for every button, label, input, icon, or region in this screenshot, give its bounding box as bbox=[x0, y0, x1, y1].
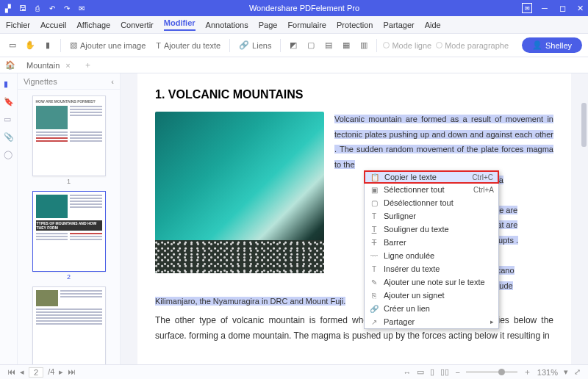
vertical-scrollbar[interactable] bbox=[581, 73, 587, 379]
close-button[interactable]: ✕ bbox=[575, 3, 585, 13]
attachments-icon[interactable]: 📎 bbox=[4, 132, 14, 142]
highlight-icon: T bbox=[369, 212, 379, 220]
menu-page[interactable]: Page bbox=[259, 21, 278, 29]
menu-affichage[interactable]: Affichage bbox=[76, 21, 110, 29]
watermark-icon[interactable]: ▢ bbox=[304, 39, 318, 52]
strike-icon: T bbox=[369, 238, 379, 247]
view-facing-icon[interactable]: ▯▯ bbox=[440, 367, 449, 377]
first-page-icon[interactable]: ⏮ bbox=[7, 367, 15, 378]
header-footer-icon[interactable]: ▦ bbox=[340, 39, 353, 52]
zoom-in-icon[interactable]: ＋ bbox=[523, 367, 531, 378]
thumbnail-3[interactable]: 3 bbox=[32, 286, 106, 376]
page-number-field[interactable]: 2 bbox=[29, 367, 43, 378]
page-total: /4 bbox=[48, 367, 54, 378]
deselect-icon: ▢ bbox=[369, 199, 379, 207]
squiggly-icon: 〰 bbox=[369, 252, 379, 260]
add-image-button[interactable]: ▧Ajouter une image bbox=[67, 39, 148, 51]
thumbnail-2[interactable]: TYPES OF MOUNTAINS AND HOW THEY FORM 2 bbox=[32, 191, 106, 281]
add-text-button[interactable]: TAjouter du texte bbox=[153, 40, 223, 51]
menu-fichier[interactable]: Fichier bbox=[6, 21, 30, 29]
menu-annotations[interactable]: Annotations bbox=[206, 21, 248, 29]
context-menu: 📋Copier le texteCtrl+C ▣Sélectionner tou… bbox=[364, 170, 499, 329]
fullscreen-icon[interactable]: ⤢ bbox=[574, 367, 581, 377]
comments-icon[interactable]: ◯ bbox=[4, 150, 14, 160]
collapse-panel-icon[interactable]: ‹ bbox=[111, 77, 114, 86]
ctx-create-link[interactable]: 🔗Créer un lien bbox=[365, 302, 498, 315]
menu-modifier[interactable]: Modifier bbox=[164, 18, 196, 31]
user-button[interactable]: 👤Shelley bbox=[522, 37, 582, 53]
prev-page-icon[interactable]: ◂ bbox=[20, 367, 24, 378]
app-logo: ▞ bbox=[3, 3, 13, 13]
last-page-icon[interactable]: ⏭ bbox=[68, 367, 76, 378]
ctx-underline[interactable]: TSouligner du texte bbox=[365, 223, 498, 236]
save-icon[interactable]: 🖫 bbox=[18, 3, 28, 13]
ctx-deselect[interactable]: ▢Désélectionner tout bbox=[365, 196, 498, 209]
mode-paragraph-radio[interactable]: Mode paragraphe bbox=[436, 41, 509, 50]
ctx-strikethrough[interactable]: TBarrer bbox=[365, 236, 498, 249]
thumbnail-1[interactable]: HOW ARE MOUNTAINS FORMED? 1 bbox=[32, 95, 106, 185]
thumbnails-icon[interactable]: ▮ bbox=[4, 79, 14, 90]
undo-icon[interactable]: ↶ bbox=[47, 3, 57, 13]
mail-icon[interactable]: ✉ bbox=[76, 3, 87, 13]
zoom-slider[interactable] bbox=[466, 371, 517, 373]
underline-icon: T bbox=[369, 225, 379, 234]
volcanic-crater-image bbox=[155, 112, 324, 273]
copy-icon: 📋 bbox=[370, 173, 380, 181]
zoom-out-icon[interactable]: − bbox=[455, 368, 459, 377]
title-bar: ▞ 🖫 ⎙ ↶ ↷ ✉ Wondershare PDFelement Pro ✉… bbox=[0, 0, 588, 16]
mode-line-radio[interactable]: Mode ligne bbox=[383, 41, 431, 50]
share-icon: ↗ bbox=[369, 318, 379, 326]
redo-icon[interactable]: ↷ bbox=[62, 3, 72, 13]
menu-partager[interactable]: Partager bbox=[383, 21, 414, 29]
search-panel-icon[interactable]: ▭ bbox=[4, 115, 14, 125]
menu-aide[interactable]: Aide bbox=[425, 21, 441, 29]
view-single-icon[interactable]: ▯ bbox=[430, 367, 434, 377]
thumbnails-title: Vignettes bbox=[24, 77, 57, 86]
ctx-insert-text[interactable]: TInsérer du texte bbox=[365, 262, 498, 275]
print-icon[interactable]: ⎙ bbox=[32, 3, 43, 13]
text-icon: T bbox=[156, 41, 161, 50]
edit-tool-icon[interactable]: ▮ bbox=[41, 39, 54, 52]
next-page-icon[interactable]: ▸ bbox=[59, 367, 63, 378]
page: 1. VOLCANIC MOUNTAINS Volcanic mountain … bbox=[137, 73, 571, 379]
ctx-copy-text[interactable]: 📋Copier le texteCtrl+C bbox=[364, 170, 499, 184]
link-button[interactable]: 🔗Liens bbox=[236, 39, 274, 51]
ctx-add-bookmark[interactable]: ⎘Ajouter un signet bbox=[365, 289, 498, 302]
bates-icon[interactable]: ▥ bbox=[357, 39, 370, 52]
fit-width-icon[interactable]: ↔ bbox=[403, 368, 411, 377]
ctx-highlight[interactable]: TSurligner bbox=[365, 209, 498, 223]
document-tab[interactable]: Mountain× bbox=[21, 59, 76, 71]
hand-tool-icon[interactable]: ✋ bbox=[24, 39, 37, 52]
document-tab-bar: 🏠 Mountain× ＋ bbox=[0, 57, 588, 73]
background-icon[interactable]: ▤ bbox=[322, 39, 335, 52]
link-icon: 🔗 bbox=[239, 40, 249, 50]
zoom-level: 131% bbox=[537, 368, 558, 377]
menu-formulaire[interactable]: Formulaire bbox=[287, 21, 326, 29]
ctx-add-note[interactable]: ✎Ajouter une note sur le texte bbox=[365, 275, 498, 289]
zoom-dropdown-icon[interactable]: ▾ bbox=[564, 367, 568, 377]
select-all-icon: ▣ bbox=[369, 186, 379, 194]
home-tab-icon[interactable]: 🏠 bbox=[4, 59, 16, 71]
thumbnails-panel: Vignettes‹ HOW ARE MOUNTAINS FORMED? 1 T… bbox=[18, 73, 121, 379]
menu-accueil[interactable]: Accueil bbox=[40, 21, 66, 29]
app-title: Wondershare PDFelement Pro bbox=[87, 4, 522, 12]
ctx-share[interactable]: ↗Partager bbox=[365, 315, 498, 328]
new-tab-button[interactable]: ＋ bbox=[81, 59, 95, 71]
fit-page-icon[interactable]: ▭ bbox=[417, 367, 424, 377]
ctx-squiggly[interactable]: 〰Ligne ondulée bbox=[365, 249, 498, 262]
menu-protection[interactable]: Protection bbox=[337, 21, 373, 29]
close-tab-icon[interactable]: × bbox=[65, 61, 70, 70]
notification-icon[interactable]: ✉ bbox=[522, 3, 532, 13]
bookmarks-icon[interactable]: 🔖 bbox=[4, 97, 14, 107]
select-tool-icon[interactable]: ▭ bbox=[6, 39, 19, 52]
toolbar: ▭ ✋ ▮ ▧Ajouter une image TAjouter du tex… bbox=[0, 34, 588, 57]
ctx-select-all[interactable]: ▣Sélectionner toutCtrl+A bbox=[365, 183, 498, 196]
insert-icon: T bbox=[369, 265, 379, 273]
crop-icon[interactable]: ◩ bbox=[287, 39, 300, 52]
minimize-button[interactable]: ─ bbox=[539, 3, 550, 13]
user-icon: 👤 bbox=[532, 40, 542, 50]
menu-convertir[interactable]: Convertir bbox=[121, 21, 154, 29]
bookmark-add-icon: ⎘ bbox=[369, 292, 379, 300]
maximize-button[interactable]: ◻ bbox=[557, 3, 567, 13]
document-viewport[interactable]: 1. VOLCANIC MOUNTAINS Volcanic mountain … bbox=[121, 73, 588, 379]
